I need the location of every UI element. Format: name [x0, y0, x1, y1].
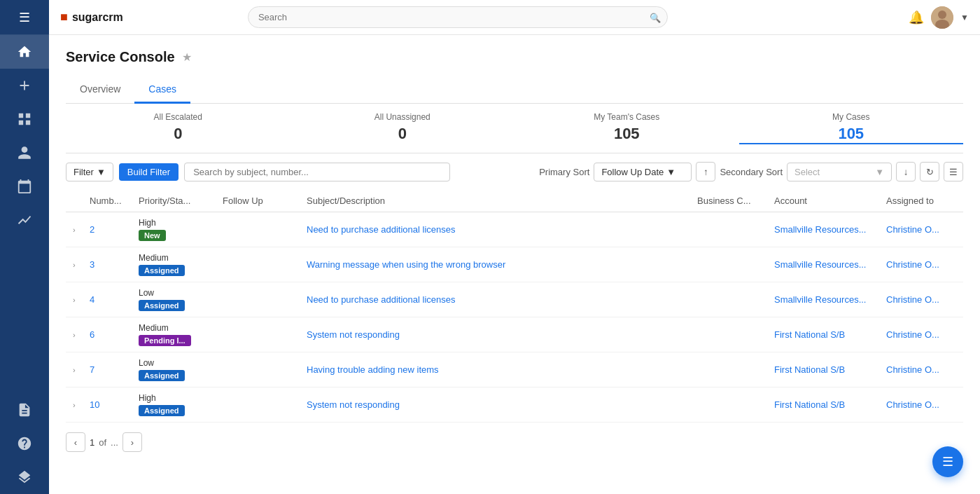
- subject-link[interactable]: Having trouble adding new items: [307, 364, 439, 375]
- row-expand-chevron[interactable]: ›: [73, 296, 76, 304]
- status-badge: New: [139, 230, 166, 241]
- sidebar-logo: ☰: [0, 0, 49, 35]
- case-number-link[interactable]: 7: [90, 364, 94, 375]
- search-icon[interactable]: 🔍: [650, 12, 661, 22]
- stat-all-unassigned-value: 0: [290, 125, 515, 143]
- sidebar-item-reports[interactable]: [0, 203, 49, 237]
- col-number[interactable]: Numb...: [83, 190, 132, 212]
- subject-link[interactable]: System not responding: [307, 399, 400, 410]
- followup-date: [216, 212, 300, 247]
- main-content: ■ sugarcrm 🔍 🔔 ▼ Service Console ★: [49, 0, 980, 494]
- sort-direction-button[interactable]: ↑: [696, 162, 715, 181]
- user-menu-chevron-icon[interactable]: ▼: [960, 13, 969, 22]
- followup-date: [216, 387, 300, 423]
- person-icon: [17, 145, 32, 160]
- assigned-link[interactable]: Christine O...: [886, 364, 939, 375]
- col-priority-status[interactable]: Priority/Sta...: [132, 190, 216, 212]
- sidebar-item-home[interactable]: [0, 35, 49, 69]
- prev-page-button[interactable]: ‹: [66, 432, 85, 452]
- secondary-sort-select[interactable]: Select ▼: [787, 163, 892, 181]
- table-row: › 4 Low Assigned Need to purchase additi…: [66, 282, 963, 317]
- table-row: › 2 High New Need to purchase additional…: [66, 212, 963, 247]
- primary-sort-label: Primary Sort: [539, 167, 589, 177]
- account-link[interactable]: Smallville Resources...: [774, 224, 867, 235]
- account-link[interactable]: Smallville Resources...: [774, 294, 867, 305]
- case-number-link[interactable]: 6: [90, 329, 94, 340]
- grid-icon: [17, 111, 32, 127]
- business-c-value: [690, 352, 767, 387]
- row-expand-chevron[interactable]: ›: [73, 261, 76, 269]
- account-link[interactable]: First National S/B: [774, 399, 845, 410]
- case-search-input[interactable]: [184, 163, 450, 181]
- tab-overview[interactable]: Overview: [66, 76, 134, 104]
- refresh-button[interactable]: ↻: [920, 162, 939, 181]
- col-subject[interactable]: Subject/Description: [300, 190, 690, 212]
- sidebar-item-calendar[interactable]: [0, 170, 49, 203]
- sidebar-item-dashboard[interactable]: [0, 102, 49, 136]
- sidebar-item-help[interactable]: [0, 427, 49, 460]
- assigned-link[interactable]: Christine O...: [886, 329, 939, 340]
- tab-cases[interactable]: Cases: [134, 76, 190, 104]
- stat-all-unassigned[interactable]: All Unassigned 0: [290, 112, 515, 144]
- secondary-sort-placeholder: Select: [794, 167, 820, 177]
- row-expand-chevron[interactable]: ›: [73, 366, 76, 374]
- priority-label: Medium: [139, 253, 209, 263]
- sort-down-button[interactable]: ↓: [896, 162, 916, 181]
- business-c-value: [690, 212, 767, 247]
- status-badge: Assigned: [139, 265, 185, 276]
- case-number-link[interactable]: 10: [90, 399, 99, 410]
- subject-link[interactable]: System not responding: [307, 329, 400, 340]
- assigned-link[interactable]: Christine O...: [886, 399, 939, 410]
- search-input[interactable]: [248, 6, 668, 28]
- status-badge: Assigned: [139, 370, 185, 381]
- col-followup[interactable]: Follow Up: [216, 190, 300, 212]
- assigned-link[interactable]: Christine O...: [886, 294, 939, 305]
- stat-my-cases[interactable]: My Cases 105: [739, 112, 964, 144]
- account-link[interactable]: Smallville Resources...: [774, 259, 867, 270]
- page-dots[interactable]: ...: [111, 437, 118, 448]
- primary-sort-select[interactable]: Follow Up Date ▼: [594, 163, 692, 181]
- case-number-link[interactable]: 3: [90, 259, 94, 270]
- filter-button[interactable]: Filter ▼: [66, 163, 113, 181]
- view-toggle-button[interactable]: ☰: [944, 162, 963, 181]
- subject-link[interactable]: Need to purchase additional licenses: [307, 224, 455, 235]
- primary-sort-chevron-icon: ▼: [666, 167, 676, 177]
- row-expand-chevron[interactable]: ›: [73, 331, 76, 339]
- chart-icon: [17, 212, 32, 228]
- fab-button[interactable]: ☰: [932, 446, 963, 477]
- table-row: › 7 Low Assigned Having trouble adding n…: [66, 352, 963, 387]
- assigned-link[interactable]: Christine O...: [886, 224, 939, 235]
- account-link[interactable]: First National S/B: [774, 364, 845, 375]
- next-page-button[interactable]: ›: [122, 432, 142, 452]
- col-business[interactable]: Business C...: [690, 190, 767, 212]
- row-expand-chevron[interactable]: ›: [73, 401, 76, 409]
- hamburger-icon[interactable]: ☰: [19, 10, 30, 25]
- help-icon: [17, 436, 32, 451]
- stat-all-escalated[interactable]: All Escalated 0: [66, 112, 290, 144]
- table-header: Numb... Priority/Sta... Follow Up Subjec…: [66, 190, 963, 212]
- sidebar-item-modules[interactable]: [0, 460, 49, 494]
- sidebar-item-documents[interactable]: [0, 393, 49, 427]
- subject-link[interactable]: Warning message when using the wrong bro…: [307, 259, 505, 270]
- account-link[interactable]: First National S/B: [774, 329, 845, 340]
- user-avatar[interactable]: [931, 6, 953, 29]
- favorite-star-icon[interactable]: ★: [182, 50, 192, 64]
- assigned-link[interactable]: Christine O...: [886, 259, 939, 270]
- tabs: Overview Cases: [66, 76, 963, 104]
- case-number-link[interactable]: 2: [90, 224, 94, 235]
- col-assigned[interactable]: Assigned to: [879, 190, 963, 212]
- logo-icon: ■: [60, 10, 68, 25]
- build-filter-button[interactable]: Build Filter: [119, 163, 178, 181]
- col-account[interactable]: Account: [767, 190, 879, 212]
- subject-link[interactable]: Need to purchase additional licenses: [307, 294, 455, 305]
- followup-date: [216, 317, 300, 352]
- row-expand-chevron[interactable]: ›: [73, 226, 76, 234]
- sidebar-item-contacts[interactable]: [0, 136, 49, 170]
- business-c-value: [690, 387, 767, 423]
- stat-my-cases-label: My Cases: [739, 112, 964, 122]
- sidebar-item-add[interactable]: [0, 69, 49, 102]
- case-number-link[interactable]: 4: [90, 294, 94, 305]
- priority-label: High: [139, 393, 209, 403]
- stat-my-teams-cases[interactable]: My Team's Cases 105: [514, 112, 739, 144]
- notification-bell-icon[interactable]: 🔔: [909, 10, 924, 25]
